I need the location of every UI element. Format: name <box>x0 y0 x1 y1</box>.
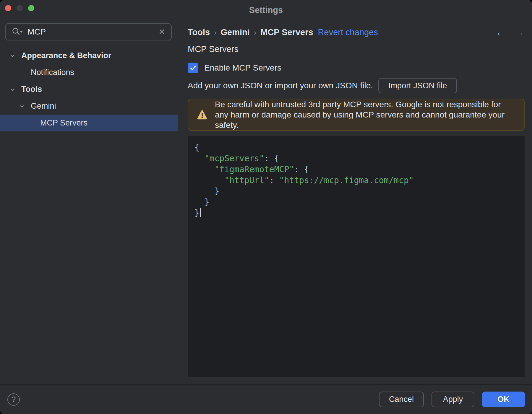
section-divider <box>244 49 525 49</box>
sidebar-item-tools[interactable]: Tools <box>0 81 178 98</box>
enable-mcp-checkbox[interactable] <box>188 63 198 73</box>
section-title: MCP Servers <box>188 44 239 54</box>
sidebar-item-gemini[interactable]: Gemini <box>0 98 178 115</box>
sidebar-item-label: Tools <box>21 85 42 94</box>
warning-banner: Be careful with untrusted 3rd party MCP … <box>188 99 525 131</box>
close-window-button[interactable] <box>5 5 11 11</box>
breadcrumb-gemini[interactable]: Gemini <box>221 27 250 37</box>
apply-button[interactable]: Apply <box>432 392 474 407</box>
footer-bar: ? Cancel Apply OK <box>0 384 532 414</box>
breadcrumb-separator: › <box>254 28 256 37</box>
ok-button[interactable]: OK <box>482 392 525 407</box>
sidebar-item-appearance-behavior[interactable]: Appearance & Behavior <box>0 47 178 64</box>
code-line: } <box>194 208 525 219</box>
minimize-window-button[interactable] <box>17 5 23 11</box>
code-line: "httpUrl": "https://mcp.figma.com/mcp" <box>194 175 525 186</box>
import-json-text: Add your own JSON or import your own JSO… <box>188 81 373 90</box>
cancel-button[interactable]: Cancel <box>379 392 424 407</box>
settings-tree: Appearance & BehaviorNotificationsToolsG… <box>0 47 178 131</box>
import-json-row: Add your own JSON or import your own JSO… <box>188 78 525 93</box>
settings-search-input[interactable]: MCP ✕ <box>5 23 172 40</box>
warning-text: Be careful with untrusted 3rd party MCP … <box>215 99 516 130</box>
breadcrumb-mcp-servers: MCP Servers <box>260 27 313 37</box>
sidebar-item-label: Gemini <box>31 102 56 111</box>
code-line: } <box>194 186 525 197</box>
sidebar-item-label: Notifications <box>31 68 74 77</box>
chevron-down-icon[interactable] <box>9 87 16 92</box>
sidebar-item-label: MCP Servers <box>40 118 87 128</box>
breadcrumb-tools[interactable]: Tools <box>188 27 210 37</box>
search-icon <box>12 27 23 37</box>
window-title: Settings <box>249 5 283 15</box>
code-line: "figmaRemoteMCP": { <box>194 164 525 175</box>
clear-search-icon[interactable]: ✕ <box>158 28 165 36</box>
settings-sidebar: MCP ✕ Appearance & BehaviorNotifications… <box>0 20 178 384</box>
warning-icon <box>197 110 208 120</box>
json-editor[interactable]: { "mcpServers": { "figmaRemoteMCP": { "h… <box>188 136 525 377</box>
forward-arrow-icon[interactable]: → <box>514 27 525 38</box>
sidebar-item-mcp-servers[interactable]: MCP Servers <box>0 115 178 131</box>
code-line: "mcpServers": { <box>194 153 525 164</box>
enable-mcp-label: Enable MCP Servers <box>204 63 281 73</box>
revert-changes-link[interactable]: Revert changes <box>318 27 378 37</box>
search-query-text: MCP <box>27 27 154 37</box>
chevron-down-icon[interactable] <box>18 103 25 109</box>
settings-dialog: Settings MCP ✕ Appearance & BehaviorNoti… <box>0 0 532 414</box>
sidebar-item-label: Appearance & Behavior <box>21 51 111 60</box>
import-json-file-button[interactable]: Import JSON file <box>378 78 457 93</box>
zoom-window-button[interactable] <box>28 5 34 11</box>
text-cursor <box>200 208 201 217</box>
code-line: { <box>194 142 525 153</box>
code-line: } <box>194 197 525 208</box>
traffic-lights <box>5 5 34 11</box>
back-arrow-icon[interactable]: ← <box>496 27 506 38</box>
checkmark-icon <box>189 64 197 72</box>
title-bar: Settings <box>0 0 532 20</box>
section-header: MCP Servers <box>188 43 525 55</box>
breadcrumb-separator: › <box>214 28 216 37</box>
chevron-down-icon[interactable] <box>9 53 16 59</box>
breadcrumb: Tools › Gemini › MCP Servers Revert chan… <box>188 26 525 38</box>
json-editor-code: { "mcpServers": { "figmaRemoteMCP": { "h… <box>194 142 525 219</box>
sidebar-item-notifications[interactable]: Notifications <box>0 64 178 81</box>
help-icon[interactable]: ? <box>7 393 20 406</box>
enable-mcp-row: Enable MCP Servers <box>188 62 525 74</box>
settings-content: Tools › Gemini › MCP Servers Revert chan… <box>178 20 532 384</box>
